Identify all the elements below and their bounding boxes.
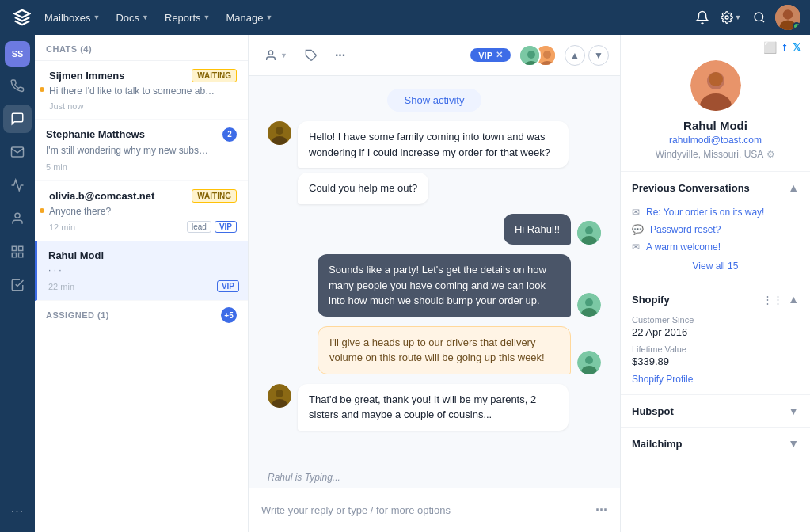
svg-rect-10 [12, 253, 16, 257]
message-row-note: I'll give a heads up to our drivers that… [268, 326, 601, 374]
chats-header: CHATS (4) [35, 35, 248, 61]
previous-conversations-section: Previous Conversations ▲ ✉ Re: Your orde… [621, 172, 810, 283]
contact-email[interactable]: rahulmodi@toast.com [633, 135, 797, 146]
chat-toolbar: ▼ ··· VIP ✕ ▲ ▼ [249, 35, 620, 76]
lifetime-value-label: Lifetime Value [632, 344, 799, 354]
reply-input[interactable]: Write your reply or type / for more opti… [261, 504, 588, 516]
sidebar-item-activity[interactable] [3, 171, 32, 200]
tag-btn[interactable] [300, 46, 322, 65]
collapse-prev-conv-btn[interactable]: ▲ [788, 181, 799, 194]
facebook-icon[interactable]: f [783, 41, 786, 54]
nav-arrows: ▲ ▼ [565, 45, 609, 66]
assigned-count-badge: +5 [221, 307, 237, 323]
message-row-outgoing-2: Sounds like a party! Let's get the detai… [268, 254, 601, 317]
svg-point-1 [755, 13, 763, 21]
chat-time: 22 min [48, 282, 74, 291]
svg-rect-7 [12, 246, 16, 250]
user-avatar-nav[interactable] [775, 5, 800, 30]
sidebar-item-contacts[interactable] [3, 204, 32, 233]
assign-btn[interactable]: ▼ [260, 46, 292, 65]
chat-time: 12 min [49, 222, 75, 232]
nav-docs[interactable]: Docs ▼ [109, 9, 155, 27]
reply-box: Write your reply or type / for more opti… [249, 488, 620, 532]
assigned-label: ASSIGNED (1) [46, 310, 109, 320]
chat-item[interactable]: olivia.b@comcast.net WAITING Anyone ther… [35, 181, 248, 242]
chat-items: Sijmen Immens WAITING Hi there I'd like … [35, 61, 248, 532]
contact-panel-icons: ⬜ f 𝕏 [621, 35, 810, 54]
shopify-body: Customer Since 22 Apr 2016 Lifetime Valu… [621, 315, 810, 394]
customer-since-value: 22 Apr 2016 [632, 326, 799, 338]
sidebar-item-tasks[interactable] [3, 271, 32, 299]
twitter-icon[interactable]: 𝕏 [793, 41, 800, 54]
shopify-section: Shopify ⋮⋮ ▲ Customer Since 22 Apr 2016 … [621, 283, 810, 395]
next-arrow-btn[interactable]: ▼ [588, 45, 609, 66]
chat-messages: Show activity Hello! I have some family … [249, 76, 620, 467]
number-badge: 2 [222, 127, 237, 142]
settings-btn[interactable]: ▼ [718, 5, 743, 30]
email-icon: ✉ [632, 207, 640, 218]
logo[interactable] [10, 5, 35, 30]
monitor-icon[interactable]: ⬜ [763, 41, 777, 54]
agent-avatar-1 [519, 44, 541, 66]
chat-preview: Anyone there? [49, 205, 237, 218]
prev-conv-item[interactable]: ✉ A warm welcome! [632, 238, 799, 256]
email-icon-2: ✉ [632, 241, 640, 253]
mailchimp-section: Mailchimp ▼ [621, 428, 810, 459]
nav-mailboxes[interactable]: Mailboxes ▼ [38, 9, 106, 27]
message-row-customer-2: That'd be great, thank you! It will be m… [268, 384, 569, 431]
shopify-header[interactable]: Shopify ⋮⋮ ▲ [621, 283, 810, 315]
settings-icon[interactable]: ⚙ [766, 149, 775, 160]
mailchimp-header[interactable]: Mailchimp ▼ [621, 428, 810, 459]
show-activity-btn[interactable]: Show activity [387, 89, 482, 112]
chat-time: 5 min [46, 162, 67, 172]
chat-item[interactable]: Sijmen Immens WAITING Hi there I'd like … [35, 61, 248, 120]
agent-msg-avatar-3 [577, 351, 601, 374]
agent-msg-avatar-2 [577, 293, 601, 317]
agent-msg-avatar [577, 221, 601, 245]
assigned-section-header: ASSIGNED (1) +5 [35, 301, 248, 326]
hubspot-header[interactable]: Hubspot ▼ [621, 395, 810, 427]
svg-point-11 [268, 51, 272, 55]
search-btn[interactable] [747, 5, 772, 30]
customer-avatar [268, 121, 291, 145]
sidebar-item-reports[interactable] [3, 238, 32, 266]
message-row-outgoing: Hi Rahul!! [268, 214, 601, 245]
waiting-badge: WAITING [192, 69, 237, 82]
typing-indicator: Rahul is Typing... [249, 467, 620, 488]
prev-conv-text: Re: Your order is on its way! [646, 207, 764, 218]
sidebar-item-chat[interactable] [3, 104, 32, 133]
notification-bell-btn[interactable] [690, 5, 715, 30]
message-bubble-outgoing: Hi Rahul!! [504, 214, 571, 245]
svg-point-4 [783, 10, 793, 19]
chat-item-active[interactable]: Rahul Modi · · · 22 min VIP [35, 241, 248, 301]
prev-conv-item[interactable]: ✉ Re: Your order is on its way! [632, 203, 799, 221]
prev-conv-header[interactable]: Previous Conversations ▲ [621, 172, 810, 203]
icon-sidebar: SS ··· [0, 35, 35, 532]
hubspot-collapse-btn[interactable]: ▼ [788, 405, 799, 417]
chat-item[interactable]: Stephanie Matthews 2 I'm still wondering… [35, 120, 248, 181]
svg-rect-8 [19, 246, 23, 250]
svg-point-6 [15, 213, 20, 218]
svg-point-23 [585, 226, 593, 234]
sidebar-more-btn[interactable]: ··· [3, 497, 32, 526]
prev-conv-item[interactable]: 💬 Password reset? [632, 221, 799, 238]
lifetime-value-field: Lifetime Value $339.89 [632, 344, 799, 367]
nav-manage[interactable]: Manage ▼ [219, 9, 279, 27]
vip-close-btn[interactable]: ✕ [496, 50, 503, 60]
sidebar-item-email[interactable] [3, 138, 32, 166]
sidebar-item-inbox[interactable] [3, 71, 32, 100]
customer-avatar-2 [268, 384, 291, 408]
nav-reports[interactable]: Reports ▼ [158, 9, 216, 27]
shopify-collapse-btn[interactable]: ▲ [788, 293, 799, 306]
chat-name: Rahul Modi [48, 249, 104, 261]
contact-name: Rahul Modi [633, 119, 797, 132]
shopify-grid-icon[interactable]: ⋮⋮ [762, 294, 783, 306]
shopify-title: Shopify [632, 294, 670, 306]
sidebar-user-avatar[interactable]: SS [5, 41, 30, 66]
more-actions-btn[interactable]: ··· [330, 45, 350, 66]
mailchimp-collapse-btn[interactable]: ▼ [788, 437, 799, 450]
view-all-link[interactable]: View all 15 [632, 256, 799, 276]
shopify-profile-link[interactable]: Shopify Profile [632, 374, 799, 385]
prev-arrow-btn[interactable]: ▲ [565, 45, 585, 66]
reply-more-btn[interactable]: ··· [595, 502, 607, 519]
